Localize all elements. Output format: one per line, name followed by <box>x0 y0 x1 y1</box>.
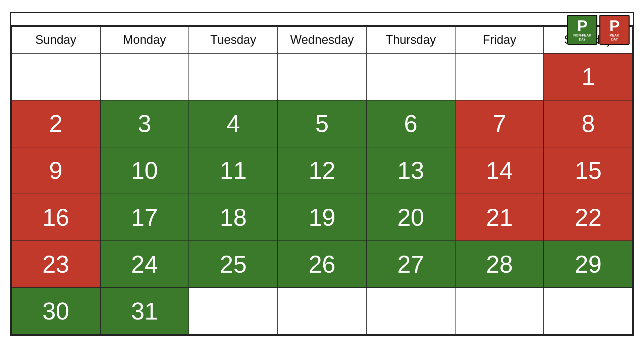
calendar-cell-0-0 <box>11 53 100 100</box>
weekday-header-friday: Friday <box>455 26 544 53</box>
calendar-cell-4-5: 28 <box>455 241 544 288</box>
weekday-header-tuesday: Tuesday <box>189 26 278 53</box>
calendar-cell-5-5 <box>455 288 544 335</box>
calendar-cell-2-5: 14 <box>455 147 544 194</box>
calendar-cell-5-3 <box>278 288 367 335</box>
calendar-cell-3-4: 20 <box>366 194 455 241</box>
calendar-cell-3-0: 16 <box>11 194 100 241</box>
calendar-cell-3-1: 17 <box>100 194 189 241</box>
non-peak-p-letter: P <box>577 18 588 33</box>
week-row-5: 3031 <box>11 288 633 335</box>
week-row-3: 16171819202122 <box>11 194 633 241</box>
calendar-cell-3-5: 21 <box>455 194 544 241</box>
calendar-container: P NON-PEAKDAY P PEAKDAY SundayMondayTues… <box>10 12 634 336</box>
calendar-wrapper: P NON-PEAKDAY P PEAKDAY SundayMondayTues… <box>10 12 634 336</box>
calendar-cell-1-5: 7 <box>455 100 544 147</box>
calendar-cell-1-1: 3 <box>100 100 189 147</box>
weekday-header-wednesday: Wednesday <box>278 26 367 53</box>
weekday-header-sunday: Sunday <box>11 26 100 53</box>
calendar-body: 1234567891011121314151617181920212223242… <box>11 53 633 335</box>
calendar-grid: SundayMondayTuesdayWednesdayThursdayFrid… <box>11 26 633 335</box>
calendar-cell-1-4: 6 <box>366 100 455 147</box>
week-row-2: 9101112131415 <box>11 147 633 194</box>
week-row-1: 2345678 <box>11 100 633 147</box>
calendar-cell-1-6: 8 <box>544 100 633 147</box>
weekday-header-thursday: Thursday <box>366 26 455 53</box>
week-row-0: 1 <box>11 53 633 100</box>
peak-legend: P PEAKDAY <box>599 15 630 45</box>
calendar-cell-5-1: 31 <box>100 288 189 335</box>
calendar-cell-3-3: 19 <box>278 194 367 241</box>
calendar-header: P NON-PEAKDAY P PEAKDAY <box>11 13 633 26</box>
calendar-cell-0-5 <box>455 53 544 100</box>
calendar-cell-0-4 <box>366 53 455 100</box>
calendar-cell-4-1: 24 <box>100 241 189 288</box>
calendar-cell-5-0: 30 <box>11 288 100 335</box>
calendar-cell-4-6: 29 <box>544 241 633 288</box>
non-peak-legend: P NON-PEAKDAY <box>567 15 597 45</box>
calendar-cell-2-3: 12 <box>278 147 367 194</box>
calendar-cell-0-1 <box>100 53 189 100</box>
calendar-cell-4-2: 25 <box>189 241 278 288</box>
week-row-4: 23242526272829 <box>11 241 633 288</box>
calendar-cell-4-0: 23 <box>11 241 100 288</box>
calendar-cell-2-0: 9 <box>11 147 100 194</box>
calendar-cell-5-4 <box>366 288 455 335</box>
non-peak-label: NON-PEAKDAY <box>573 33 591 42</box>
peak-p-letter: P <box>609 18 620 33</box>
calendar-cell-0-2 <box>189 53 278 100</box>
calendar-cell-0-6: 1 <box>544 53 633 100</box>
calendar-cell-3-6: 22 <box>544 194 633 241</box>
header-row: SundayMondayTuesdayWednesdayThursdayFrid… <box>11 26 633 53</box>
legend-area: P NON-PEAKDAY P PEAKDAY <box>567 15 630 45</box>
calendar-thead: SundayMondayTuesdayWednesdayThursdayFrid… <box>11 26 633 53</box>
calendar-cell-0-3 <box>278 53 367 100</box>
calendar-cell-4-4: 27 <box>366 241 455 288</box>
calendar-cell-3-2: 18 <box>189 194 278 241</box>
calendar-cell-2-6: 15 <box>544 147 633 194</box>
calendar-cell-5-2 <box>189 288 278 335</box>
calendar-cell-1-3: 5 <box>278 100 367 147</box>
calendar-cell-1-2: 4 <box>189 100 278 147</box>
calendar-cell-1-0: 2 <box>11 100 100 147</box>
calendar-cell-2-2: 11 <box>189 147 278 194</box>
calendar-cell-5-6 <box>544 288 633 335</box>
calendar-cell-2-4: 13 <box>366 147 455 194</box>
calendar-cell-2-1: 10 <box>100 147 189 194</box>
weekday-header-monday: Monday <box>100 26 189 53</box>
peak-label: PEAKDAY <box>610 33 619 42</box>
calendar-cell-4-3: 26 <box>278 241 367 288</box>
